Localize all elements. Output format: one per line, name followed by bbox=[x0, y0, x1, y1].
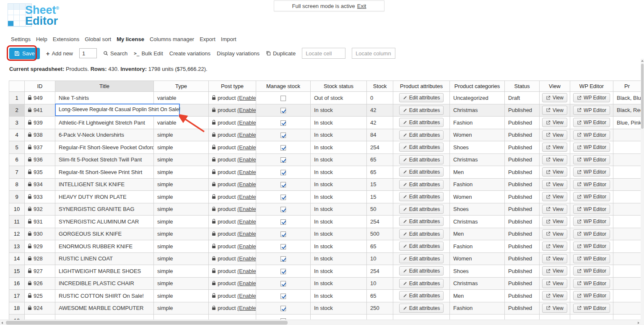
view-button[interactable]: View bbox=[542, 167, 567, 177]
column-header-manage-stock[interactable]: Manage stock bbox=[256, 81, 311, 92]
title-cell[interactable]: Slim-fit 5-Pocket Stretch Twill Pant bbox=[55, 153, 154, 166]
post-type-cell[interactable]: product (Enable) bbox=[209, 92, 256, 104]
row-number-cell[interactable]: 8 bbox=[9, 178, 25, 191]
id-cell[interactable]: 935 bbox=[25, 166, 55, 179]
bulk-edit-button[interactable]: >_ Bulk Edit bbox=[134, 50, 163, 57]
menu-item-columns-manager[interactable]: Columns manager bbox=[150, 36, 194, 42]
type-cell[interactable]: simple bbox=[154, 178, 209, 191]
view-button[interactable]: View bbox=[542, 118, 567, 127]
stock-status-cell[interactable]: In stock bbox=[311, 302, 367, 315]
id-cell[interactable]: 927 bbox=[25, 265, 55, 278]
stock-cell[interactable]: 10 bbox=[367, 252, 393, 265]
post-type-cell[interactable]: product (Enable) bbox=[209, 153, 256, 166]
column-header-title[interactable]: Title bbox=[55, 81, 154, 92]
stock-status-cell[interactable]: In stock bbox=[311, 117, 367, 129]
wp-editor-button[interactable]: WP Editor bbox=[573, 93, 610, 102]
stock-status-cell[interactable]: In stock bbox=[311, 203, 367, 216]
stock-cell[interactable]: 65 bbox=[367, 290, 393, 302]
enable-link[interactable]: (Enable) bbox=[237, 218, 256, 225]
wp-editor-button[interactable]: WP Editor bbox=[573, 229, 610, 239]
column-header-type[interactable]: Type bbox=[154, 81, 209, 92]
extra-attribute-cell[interactable] bbox=[613, 315, 641, 320]
id-cell[interactable]: 941 bbox=[25, 104, 55, 117]
edit-attributes-button[interactable]: Edit attributes bbox=[399, 217, 444, 226]
locate-column-input[interactable] bbox=[352, 48, 395, 59]
post-type-cell[interactable] bbox=[209, 315, 256, 320]
view-button[interactable]: View bbox=[542, 143, 567, 152]
wp-editor-button[interactable]: WP Editor bbox=[573, 143, 610, 152]
title-cell[interactable]: Regular-fit Short-Sleeve Print Shirt bbox=[55, 166, 154, 179]
post-type-cell[interactable]: product (Enable) bbox=[209, 265, 256, 278]
stock-status-cell[interactable]: In stock bbox=[311, 277, 367, 290]
type-cell[interactable]: simple bbox=[154, 240, 209, 253]
enable-link[interactable]: (Enable) bbox=[237, 255, 256, 262]
stock-cell[interactable]: 65 bbox=[367, 166, 393, 179]
manage-stock-checkbox[interactable] bbox=[280, 182, 286, 187]
status-cell[interactable]: Published bbox=[505, 166, 540, 179]
wp-editor-button[interactable]: WP Editor bbox=[573, 118, 610, 127]
stock-status-cell[interactable]: Out of stock bbox=[311, 92, 367, 104]
product-categories-cell[interactable]: Men bbox=[450, 290, 505, 302]
id-cell[interactable]: 939 bbox=[25, 117, 55, 129]
row-number-cell[interactable]: 13 bbox=[9, 240, 25, 253]
product-categories-cell[interactable]: Christmas bbox=[450, 104, 505, 117]
product-categories-cell[interactable]: Fashion bbox=[450, 240, 505, 253]
id-cell[interactable]: 933 bbox=[25, 191, 55, 203]
post-type-cell[interactable]: product (Enable) bbox=[209, 290, 256, 302]
extra-attribute-cell[interactable] bbox=[613, 203, 641, 216]
wp-editor-button[interactable]: WP Editor bbox=[573, 291, 610, 300]
view-button[interactable]: View bbox=[542, 266, 567, 276]
title-cell[interactable]: SYNERGISTIC ALUMINUM CAR bbox=[55, 216, 154, 228]
extra-attribute-cell[interactable]: Black, Red bbox=[613, 104, 641, 117]
type-cell[interactable]: simple bbox=[154, 166, 209, 179]
view-button[interactable]: View bbox=[542, 130, 567, 140]
status-cell[interactable]: Published bbox=[505, 290, 540, 302]
type-cell[interactable]: simple bbox=[154, 290, 209, 302]
edit-attributes-button[interactable]: Edit attributes bbox=[399, 254, 444, 263]
enable-link[interactable]: (Enable) bbox=[237, 231, 256, 237]
stock-cell[interactable] bbox=[367, 315, 393, 320]
view-button[interactable]: View bbox=[542, 291, 567, 300]
stock-status-cell[interactable]: In stock bbox=[311, 216, 367, 228]
type-cell[interactable] bbox=[154, 315, 209, 320]
display-variations-button[interactable]: Display variations bbox=[217, 50, 260, 57]
product-categories-cell[interactable]: Shoes bbox=[450, 203, 505, 216]
view-button[interactable]: View bbox=[542, 304, 567, 313]
enable-link[interactable]: (Enable) bbox=[237, 268, 256, 274]
id-cell[interactable]: 924 bbox=[25, 302, 55, 315]
stock-status-cell[interactable] bbox=[311, 315, 367, 320]
menu-item-extensions[interactable]: Extensions bbox=[53, 36, 80, 42]
enable-link[interactable]: (Enable) bbox=[237, 169, 256, 175]
post-type-cell[interactable]: product (Enable) bbox=[209, 277, 256, 290]
type-cell[interactable]: simple bbox=[154, 191, 209, 203]
edit-attributes-button[interactable]: Edit attributes bbox=[399, 242, 444, 251]
stock-cell[interactable]: 254 bbox=[367, 216, 393, 228]
extra-attribute-cell[interactable] bbox=[613, 216, 641, 228]
create-variations-button[interactable]: Create variations bbox=[169, 50, 210, 57]
extra-attribute-cell[interactable] bbox=[613, 228, 641, 240]
post-type-cell[interactable]: product (Enable) bbox=[209, 252, 256, 265]
type-cell[interactable]: simple bbox=[154, 203, 209, 216]
vertical-scrollbar[interactable] bbox=[641, 59, 644, 320]
wp-editor-button[interactable]: WP Editor bbox=[573, 266, 610, 276]
manage-stock-checkbox[interactable] bbox=[280, 96, 286, 101]
menu-item-settings[interactable]: Settings bbox=[11, 36, 31, 42]
type-cell[interactable]: simple bbox=[154, 277, 209, 290]
id-cell[interactable]: 937 bbox=[25, 141, 55, 154]
post-type-cell[interactable]: product (Enable) bbox=[209, 240, 256, 253]
enable-link[interactable]: (Enable) bbox=[237, 280, 256, 286]
product-categories-cell[interactable]: Shoes bbox=[450, 141, 505, 154]
wp-editor-button[interactable]: WP Editor bbox=[573, 242, 610, 251]
edit-attributes-button[interactable]: Edit attributes bbox=[399, 167, 444, 177]
edit-attributes-button[interactable]: Edit attributes bbox=[399, 205, 444, 214]
wp-editor-button[interactable]: WP Editor bbox=[573, 180, 610, 189]
view-button[interactable]: View bbox=[542, 229, 567, 239]
post-type-cell[interactable]: product (Enable) bbox=[209, 216, 256, 228]
extra-attribute-cell[interactable] bbox=[613, 141, 641, 154]
stock-cell[interactable]: 15 bbox=[367, 178, 393, 191]
status-cell[interactable]: Published bbox=[505, 277, 540, 290]
row-number-cell[interactable]: 3 bbox=[9, 117, 25, 129]
wp-editor-button[interactable]: WP Editor bbox=[573, 192, 610, 201]
title-cell[interactable]: RUSTIC LINEN COAT bbox=[55, 252, 154, 265]
row-number-cell[interactable]: 19 bbox=[9, 315, 25, 320]
